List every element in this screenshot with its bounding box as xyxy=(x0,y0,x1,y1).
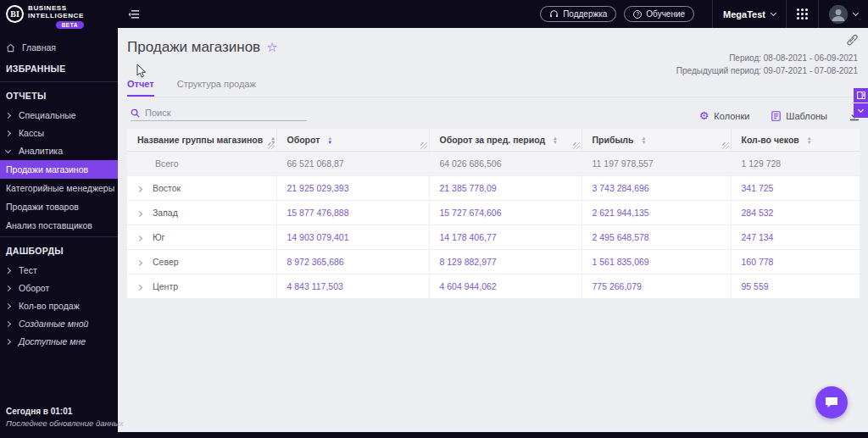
checks-value: 341 725 xyxy=(731,175,860,200)
sidebar-section-reports: ОТЧЕТЫ xyxy=(0,84,118,107)
table-row[interactable]: Центр 4 843 117,503 4 604 944,062 775 26… xyxy=(127,274,860,298)
sidebar-item-product-sales[interactable]: Продажи товаров xyxy=(0,197,118,216)
column-resize-handle[interactable] xyxy=(573,142,580,149)
chevron-down-icon xyxy=(771,9,776,15)
sidebar-item-label: Главная xyxy=(22,43,56,53)
training-button[interactable]: ? Обучение xyxy=(624,6,694,22)
column-header-profit[interactable]: Прибыль ▲▼ xyxy=(581,129,731,151)
table-row[interactable]: Запад 15 877 476,888 15 727 674,606 2 62… xyxy=(127,200,860,225)
profit-value: 11 197 978,557 xyxy=(581,151,731,175)
home-icon xyxy=(6,43,15,53)
checks-value: 95 559 xyxy=(731,274,860,298)
search-input[interactable] xyxy=(145,108,289,118)
table-row[interactable]: Юг 14 903 079,401 14 178 406,77 2 495 64… xyxy=(127,225,860,249)
topbar-divider xyxy=(786,0,787,28)
sidebar-item-test[interactable]: Тест xyxy=(0,262,118,280)
column-header-group-name[interactable]: Название группы магазинов ▲▼ xyxy=(127,129,276,151)
apps-grid-icon[interactable] xyxy=(797,8,808,19)
sidebar-item-label: Созданные мной xyxy=(19,319,88,329)
sort-desc-icon[interactable]: ▲▼ xyxy=(327,136,332,145)
sidebar-item-analytics[interactable]: Аналитика xyxy=(0,142,118,160)
column-header-checks[interactable]: Кол-во чеков ▲▼ xyxy=(731,129,860,151)
prev-turnover-value: 64 026 686,506 xyxy=(429,151,581,175)
logo-line1: BUSINESS xyxy=(28,4,67,12)
templates-button[interactable]: Шаблоны xyxy=(771,111,827,121)
sidebar-item-sales-count[interactable]: Кол-во продаж xyxy=(0,297,118,315)
bottom-bar xyxy=(118,432,868,438)
sidebar-item-kassy[interactable]: Кассы xyxy=(0,125,118,142)
turnover-value: 4 843 117,503 xyxy=(276,274,429,298)
turnover-value: 15 877 476,888 xyxy=(276,200,429,225)
question-icon: ? xyxy=(633,10,642,19)
sidebar-section-dashboards: ДАШБОРДЫ xyxy=(0,239,118,262)
column-resize-handle[interactable] xyxy=(268,142,275,149)
topbar: Поддержка ? Обучение MegaTest xyxy=(118,0,868,28)
group-name: Юг xyxy=(153,232,164,242)
prev-turnover-value: 15 727 674,606 xyxy=(429,200,581,225)
favorite-star-icon[interactable]: ☆ xyxy=(266,40,277,55)
column-header-turnover[interactable]: Оборот ▲▼ xyxy=(276,129,429,151)
sort-icon[interactable]: ▲▼ xyxy=(553,136,558,145)
sidebar-item-available-to-me[interactable]: Доступные мне xyxy=(0,333,118,351)
chevron-right-icon xyxy=(5,321,11,327)
avatar xyxy=(829,5,848,24)
table-row[interactable]: Восток 21 925 029,393 21 385 778,09 3 74… xyxy=(127,175,860,200)
side-panel-buttons xyxy=(854,88,868,118)
sidebar-collapse-button[interactable] xyxy=(128,9,140,19)
sidebar-item-home[interactable]: Главная xyxy=(0,39,118,57)
chat-button[interactable] xyxy=(815,386,848,419)
row-expander-icon[interactable] xyxy=(136,284,142,290)
profit-value: 2 495 648,578 xyxy=(581,225,731,249)
profit-value: 1 561 835,069 xyxy=(581,249,731,274)
row-expander-icon[interactable] xyxy=(136,235,142,241)
sidebar-item-supplier-analysis[interactable]: Анализ поставщиков xyxy=(0,216,118,235)
prev-turnover-value: 4 604 944,062 xyxy=(429,274,581,298)
panel-collapse-button[interactable] xyxy=(854,103,868,118)
columns-button[interactable]: ⚙ Колонки xyxy=(699,111,750,121)
group-name: Север xyxy=(153,257,179,267)
sidebar-item-turnover[interactable]: Оборот xyxy=(0,280,118,297)
sidebar-item-category-managers[interactable]: Категорийные менеджеры xyxy=(0,179,118,197)
beta-badge: BETA xyxy=(56,21,84,29)
prev-turnover-value: 14 178 406,77 xyxy=(429,225,581,249)
sidebar-item-special[interactable]: Специальные xyxy=(0,107,118,125)
workspace-selector[interactable]: MegaTest xyxy=(723,9,776,19)
sidebar-item-created-by-me[interactable]: Созданные мной xyxy=(0,315,118,333)
turnover-value: 21 925 029,393 xyxy=(276,175,429,200)
template-icon xyxy=(771,111,781,121)
sidebar-item-label: Специальные xyxy=(19,111,76,120)
user-menu[interactable] xyxy=(829,5,858,24)
row-expander-icon[interactable] xyxy=(136,259,142,265)
table-header-row: Название группы магазинов ▲▼ Оборот ▲▼ О… xyxy=(127,129,860,151)
sidebar-item-label: Оборот xyxy=(19,284,49,293)
column-resize-handle[interactable] xyxy=(722,142,729,149)
tab-report[interactable]: Отчет xyxy=(127,79,154,97)
tab-sales-structure[interactable]: Структура продаж xyxy=(177,79,256,97)
row-expander-icon[interactable] xyxy=(136,186,142,191)
chevron-right-icon xyxy=(5,130,11,136)
panel-toggle-button[interactable] xyxy=(854,88,868,103)
row-expander-icon[interactable] xyxy=(136,210,142,216)
search-box[interactable] xyxy=(131,108,307,121)
sidebar-item-store-sales[interactable]: Продажи магазинов xyxy=(0,160,118,179)
sidebar: BI BUSINESS INTELLIGENCE BETA Главная ИЗ… xyxy=(0,0,118,438)
sidebar-divider xyxy=(0,236,118,237)
report-table: Название группы магазинов ▲▼ Оборот ▲▼ О… xyxy=(127,129,860,299)
column-resize-handle[interactable] xyxy=(420,142,427,149)
panel-icon xyxy=(857,91,865,99)
turnover-value: 8 972 365,686 xyxy=(276,249,429,274)
sort-icon[interactable]: ▲▼ xyxy=(807,136,812,145)
turnover-value: 66 521 068,87 xyxy=(276,151,429,175)
column-header-prev-turnover[interactable]: Оборот за пред. период ▲▼ xyxy=(429,129,581,151)
chevron-right-icon xyxy=(5,113,11,119)
table-row[interactable]: Север 8 972 365,686 8 129 882,977 1 561 … xyxy=(127,249,860,274)
topbar-divider xyxy=(818,0,819,28)
sort-icon[interactable]: ▲▼ xyxy=(641,136,646,145)
app-logo[interactable]: BI BUSINESS INTELLIGENCE BETA xyxy=(0,0,118,32)
support-button[interactable]: Поддержка xyxy=(540,6,616,22)
app-window: BI BUSINESS INTELLIGENCE BETA Главная ИЗ… xyxy=(0,0,868,438)
checks-value: 1 129 728 xyxy=(731,151,860,175)
chevron-down-icon xyxy=(5,147,11,153)
share-link-icon[interactable] xyxy=(846,34,858,49)
checks-value: 247 134 xyxy=(731,225,860,249)
